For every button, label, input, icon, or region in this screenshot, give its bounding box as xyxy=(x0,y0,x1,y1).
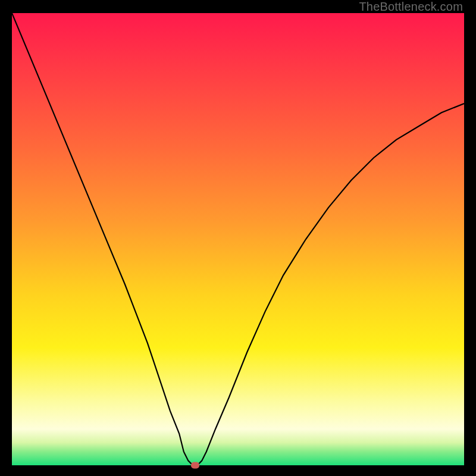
chart-background xyxy=(12,13,464,465)
watermark-text: TheBottleneck.com xyxy=(359,0,463,14)
chart-frame xyxy=(12,13,464,465)
optimum-marker xyxy=(191,462,199,469)
bottleneck-chart xyxy=(12,13,464,465)
